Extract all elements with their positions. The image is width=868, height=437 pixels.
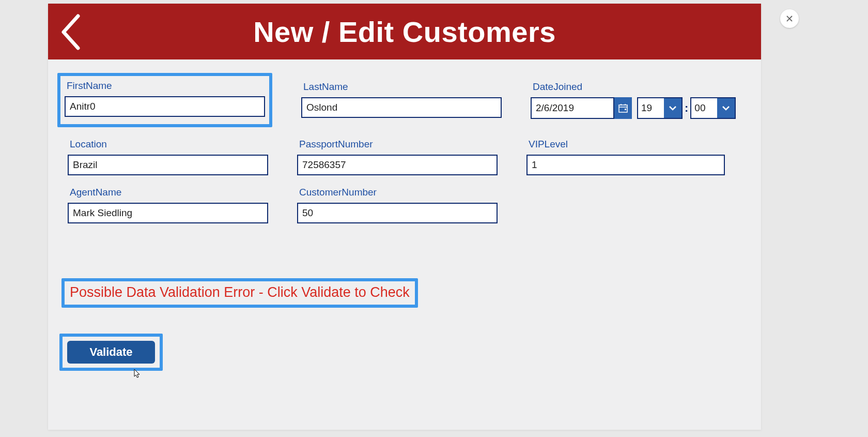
agent-name-label: AgentName [70,187,268,198]
last-name-label: LastName [303,81,502,93]
page-title: New / Edit Customers [48,15,761,49]
close-button[interactable] [780,9,799,28]
validation-message-container: Possible Data Validation Error - Click V… [61,278,748,308]
form-row-2: Location PassportNumber VIPLevel [61,139,748,175]
passport-number-group: PassportNumber [297,139,498,175]
vip-level-input[interactable] [526,155,725,175]
agent-name-group: AgentName [68,187,268,223]
location-label: Location [70,139,268,150]
hour-dropdown-arrow [664,98,681,118]
page-header: New / Edit Customers [48,4,761,59]
first-name-label: FirstName [67,80,265,92]
form-row-3: AgentName CustomerNumber [61,187,748,223]
chevron-down-icon [722,106,730,111]
validate-button-highlight: Validate [59,334,163,371]
customer-number-label: CustomerNumber [299,187,498,198]
location-group: Location [68,139,268,175]
minute-value: 00 [691,102,717,114]
first-name-group: FirstName [65,80,265,117]
date-joined-label: DateJoined [533,81,736,93]
passport-number-input[interactable] [297,155,498,175]
close-icon [785,14,794,23]
date-joined-input[interactable] [531,97,614,119]
date-time-row: 19 : 00 [531,97,736,119]
first-name-highlight: FirstName [57,73,272,127]
first-name-input[interactable] [65,96,265,117]
date-joined-group: DateJoined 19 [531,81,736,127]
vip-level-group: VIPLevel [526,139,725,175]
form-row-1: FirstName LastName DateJoined [61,77,748,127]
chevron-down-icon [669,106,677,111]
svg-rect-2 [625,109,626,110]
customer-number-input[interactable] [297,203,498,223]
customer-number-group: CustomerNumber [297,187,498,223]
app-window: New / Edit Customers FirstName LastName … [48,4,761,430]
minute-dropdown-arrow [717,98,735,118]
back-button[interactable] [59,13,82,53]
hour-select[interactable]: 19 [637,97,683,119]
agent-name-input[interactable] [68,203,268,223]
location-input[interactable] [68,155,268,175]
validation-message-text: Possible Data Validation Error - Click V… [70,284,410,300]
vip-level-label: VIPLevel [529,139,725,150]
validation-message-highlight: Possible Data Validation Error - Click V… [61,278,418,308]
minute-select[interactable]: 00 [690,97,736,119]
last-name-input[interactable] [301,97,502,118]
time-colon: : [685,101,688,115]
calendar-button[interactable] [614,97,632,119]
calendar-icon [618,103,628,113]
last-name-group: LastName [301,81,502,127]
form-area: FirstName LastName DateJoined [48,59,761,381]
hour-value: 19 [638,102,664,114]
validate-button[interactable]: Validate [67,341,155,364]
chevron-left-icon [59,13,82,51]
passport-number-label: PassportNumber [299,139,498,150]
